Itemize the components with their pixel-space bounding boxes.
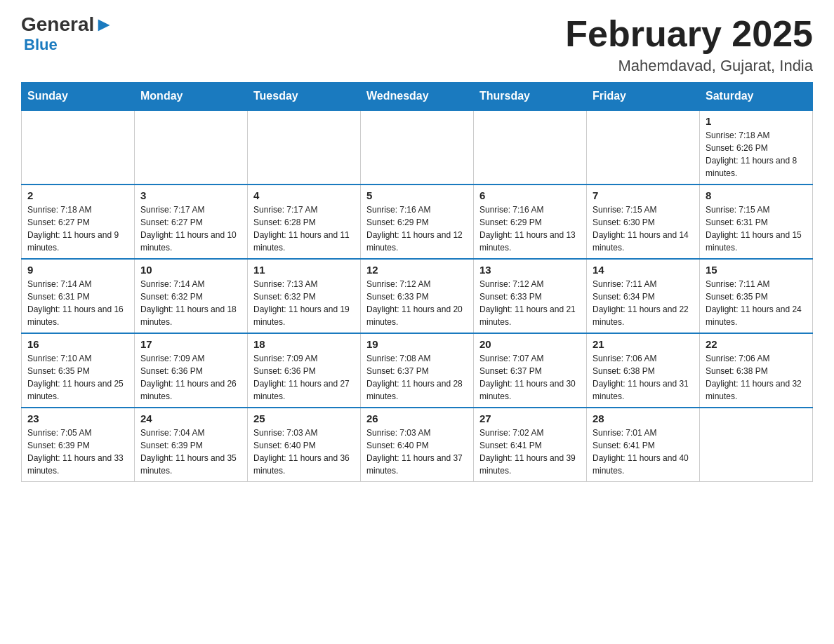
day-info: Sunrise: 7:02 AM Sunset: 6:41 PM Dayligh…	[479, 427, 581, 477]
table-row: 15Sunrise: 7:11 AM Sunset: 6:35 PM Dayli…	[700, 259, 813, 333]
col-monday: Monday	[135, 83, 248, 111]
day-info: Sunrise: 7:10 AM Sunset: 6:35 PM Dayligh…	[27, 352, 128, 403]
day-number: 19	[366, 338, 468, 350]
table-row: 17Sunrise: 7:09 AM Sunset: 6:36 PM Dayli…	[135, 333, 248, 408]
logo-general-text: General►	[21, 14, 114, 36]
table-row: 8Sunrise: 7:15 AM Sunset: 6:31 PM Daylig…	[700, 185, 813, 259]
day-number: 26	[366, 412, 468, 424]
col-saturday: Saturday	[700, 83, 813, 111]
day-number: 20	[479, 338, 581, 350]
table-row	[22, 110, 135, 185]
table-row: 19Sunrise: 7:08 AM Sunset: 6:37 PM Dayli…	[361, 333, 474, 408]
day-number: 28	[593, 412, 694, 424]
day-info: Sunrise: 7:09 AM Sunset: 6:36 PM Dayligh…	[253, 352, 355, 403]
day-info: Sunrise: 7:11 AM Sunset: 6:34 PM Dayligh…	[593, 278, 694, 328]
table-row: 2Sunrise: 7:18 AM Sunset: 6:27 PM Daylig…	[22, 185, 135, 259]
day-info: Sunrise: 7:13 AM Sunset: 6:32 PM Dayligh…	[253, 278, 355, 328]
day-number: 21	[593, 338, 694, 350]
table-row: 16Sunrise: 7:10 AM Sunset: 6:35 PM Dayli…	[22, 333, 135, 408]
day-info: Sunrise: 7:03 AM Sunset: 6:40 PM Dayligh…	[366, 427, 468, 477]
day-number: 5	[366, 189, 468, 201]
calendar-header: Sunday Monday Tuesday Wednesday Thursday…	[22, 83, 813, 111]
logo-blue-text: Blue	[24, 36, 58, 54]
day-info: Sunrise: 7:17 AM Sunset: 6:27 PM Dayligh…	[140, 203, 241, 254]
day-info: Sunrise: 7:15 AM Sunset: 6:30 PM Dayligh…	[593, 203, 694, 254]
day-number: 2	[27, 189, 128, 201]
table-row	[700, 408, 813, 482]
day-info: Sunrise: 7:11 AM Sunset: 6:35 PM Dayligh…	[706, 278, 807, 328]
table-row: 26Sunrise: 7:03 AM Sunset: 6:40 PM Dayli…	[361, 408, 474, 482]
col-friday: Friday	[587, 83, 700, 111]
day-info: Sunrise: 7:06 AM Sunset: 6:38 PM Dayligh…	[706, 352, 807, 403]
month-year-title: February 2025	[565, 14, 813, 54]
table-row: 27Sunrise: 7:02 AM Sunset: 6:41 PM Dayli…	[474, 408, 587, 482]
table-row: 24Sunrise: 7:04 AM Sunset: 6:39 PM Dayli…	[135, 408, 248, 482]
table-row: 9Sunrise: 7:14 AM Sunset: 6:31 PM Daylig…	[22, 259, 135, 333]
day-info: Sunrise: 7:06 AM Sunset: 6:38 PM Dayligh…	[593, 352, 694, 403]
col-tuesday: Tuesday	[248, 83, 361, 111]
day-number: 3	[140, 189, 241, 201]
day-info: Sunrise: 7:18 AM Sunset: 6:27 PM Dayligh…	[27, 203, 128, 254]
day-number: 13	[479, 264, 581, 276]
table-row: 11Sunrise: 7:13 AM Sunset: 6:32 PM Dayli…	[248, 259, 361, 333]
table-row	[474, 110, 587, 185]
table-row: 25Sunrise: 7:03 AM Sunset: 6:40 PM Dayli…	[248, 408, 361, 482]
day-number: 24	[140, 412, 241, 424]
calendar-table: Sunday Monday Tuesday Wednesday Thursday…	[21, 82, 813, 482]
day-info: Sunrise: 7:16 AM Sunset: 6:29 PM Dayligh…	[366, 203, 468, 254]
title-block: February 2025 Mahemdavad, Gujarat, India	[565, 14, 813, 75]
day-number: 6	[479, 189, 581, 201]
day-number: 10	[140, 264, 241, 276]
table-row	[361, 110, 474, 185]
location-subtitle: Mahemdavad, Gujarat, India	[565, 57, 813, 75]
day-info: Sunrise: 7:09 AM Sunset: 6:36 PM Dayligh…	[140, 352, 241, 403]
col-thursday: Thursday	[474, 83, 587, 111]
day-number: 17	[140, 338, 241, 350]
day-info: Sunrise: 7:03 AM Sunset: 6:40 PM Dayligh…	[253, 427, 355, 477]
day-info: Sunrise: 7:01 AM Sunset: 6:41 PM Dayligh…	[593, 427, 694, 477]
calendar-body: 1Sunrise: 7:18 AM Sunset: 6:26 PM Daylig…	[22, 110, 813, 482]
table-row: 3Sunrise: 7:17 AM Sunset: 6:27 PM Daylig…	[135, 185, 248, 259]
day-number: 7	[593, 189, 694, 201]
table-row: 22Sunrise: 7:06 AM Sunset: 6:38 PM Dayli…	[700, 333, 813, 408]
day-number: 18	[253, 338, 355, 350]
table-row: 12Sunrise: 7:12 AM Sunset: 6:33 PM Dayli…	[361, 259, 474, 333]
day-info: Sunrise: 7:08 AM Sunset: 6:37 PM Dayligh…	[366, 352, 468, 403]
day-info: Sunrise: 7:04 AM Sunset: 6:39 PM Dayligh…	[140, 427, 241, 477]
day-number: 11	[253, 264, 355, 276]
calendar-week-row: 23Sunrise: 7:05 AM Sunset: 6:39 PM Dayli…	[22, 408, 813, 482]
table-row: 1Sunrise: 7:18 AM Sunset: 6:26 PM Daylig…	[700, 110, 813, 185]
day-number: 15	[706, 264, 807, 276]
table-row: 6Sunrise: 7:16 AM Sunset: 6:29 PM Daylig…	[474, 185, 587, 259]
calendar-week-row: 16Sunrise: 7:10 AM Sunset: 6:35 PM Dayli…	[22, 333, 813, 408]
table-row: 28Sunrise: 7:01 AM Sunset: 6:41 PM Dayli…	[587, 408, 700, 482]
table-row: 14Sunrise: 7:11 AM Sunset: 6:34 PM Dayli…	[587, 259, 700, 333]
table-row: 7Sunrise: 7:15 AM Sunset: 6:30 PM Daylig…	[587, 185, 700, 259]
day-number: 9	[27, 264, 128, 276]
day-number: 4	[253, 189, 355, 201]
day-number: 25	[253, 412, 355, 424]
day-info: Sunrise: 7:16 AM Sunset: 6:29 PM Dayligh…	[479, 203, 581, 254]
day-number: 16	[27, 338, 128, 350]
day-info: Sunrise: 7:07 AM Sunset: 6:37 PM Dayligh…	[479, 352, 581, 403]
day-info: Sunrise: 7:14 AM Sunset: 6:31 PM Dayligh…	[27, 278, 128, 328]
table-row: 23Sunrise: 7:05 AM Sunset: 6:39 PM Dayli…	[22, 408, 135, 482]
day-number: 14	[593, 264, 694, 276]
day-number: 23	[27, 412, 128, 424]
day-number: 12	[366, 264, 468, 276]
table-row: 13Sunrise: 7:12 AM Sunset: 6:33 PM Dayli…	[474, 259, 587, 333]
table-row	[248, 110, 361, 185]
calendar-week-row: 9Sunrise: 7:14 AM Sunset: 6:31 PM Daylig…	[22, 259, 813, 333]
day-number: 27	[479, 412, 581, 424]
col-wednesday: Wednesday	[361, 83, 474, 111]
table-row: 4Sunrise: 7:17 AM Sunset: 6:28 PM Daylig…	[248, 185, 361, 259]
day-header-row: Sunday Monday Tuesday Wednesday Thursday…	[22, 83, 813, 111]
table-row: 21Sunrise: 7:06 AM Sunset: 6:38 PM Dayli…	[587, 333, 700, 408]
calendar-week-row: 1Sunrise: 7:18 AM Sunset: 6:26 PM Daylig…	[22, 110, 813, 185]
table-row	[135, 110, 248, 185]
day-info: Sunrise: 7:05 AM Sunset: 6:39 PM Dayligh…	[27, 427, 128, 477]
table-row	[587, 110, 700, 185]
logo: General► Blue	[21, 14, 114, 54]
table-row: 5Sunrise: 7:16 AM Sunset: 6:29 PM Daylig…	[361, 185, 474, 259]
day-info: Sunrise: 7:18 AM Sunset: 6:26 PM Dayligh…	[706, 129, 807, 180]
